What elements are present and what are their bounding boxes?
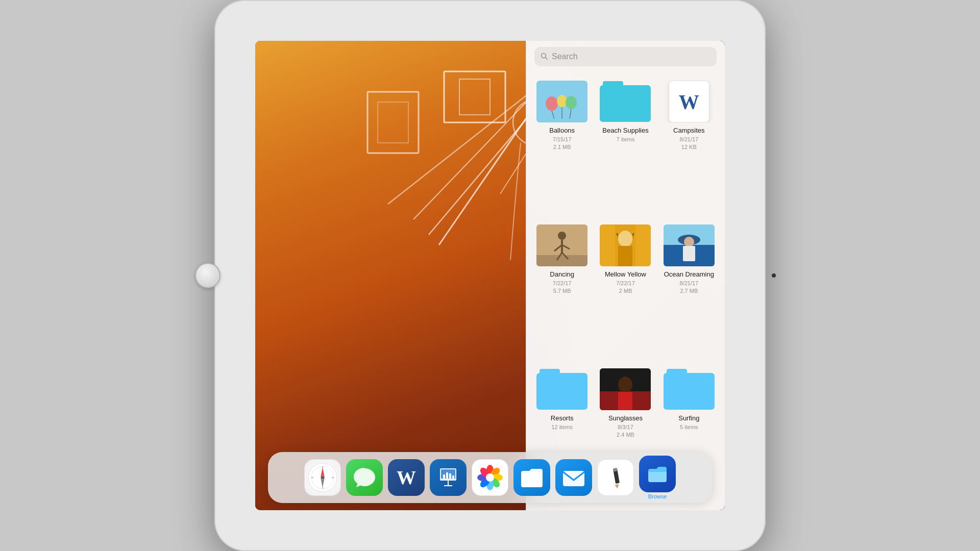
- browse-icon[interactable]: [639, 456, 676, 492]
- file-thumb-sunglasses: [600, 368, 651, 410]
- svg-line-3: [413, 87, 541, 219]
- balloons-image: [536, 81, 587, 122]
- svg-point-32: [618, 231, 632, 247]
- ipad-screen: Search: [255, 41, 725, 510]
- file-thumb-beach: [600, 81, 651, 122]
- file-name-beach: Beach Supplies: [602, 127, 648, 135]
- sunglasses-image: [600, 368, 651, 410]
- svg-line-14: [546, 57, 548, 59]
- file-item-balloons[interactable]: Balloons 7/15/172.1 MB: [530, 74, 594, 218]
- file-item-ocean[interactable]: Ocean Dreaming 8/21/172.7 MB: [657, 218, 721, 362]
- file-thumb-balloons: [536, 81, 587, 122]
- ocean-image: [664, 224, 715, 266]
- dock-keynote[interactable]: [430, 459, 467, 496]
- svg-rect-70: [563, 471, 584, 486]
- file-thumb-dancing: [536, 224, 587, 266]
- files-panel: Search: [526, 41, 725, 510]
- file-meta-balloons: 7/15/172.1 MB: [553, 136, 572, 152]
- file-meta-ocean: 8/21/172.7 MB: [679, 280, 698, 295]
- svg-rect-33: [618, 246, 632, 266]
- mellow-image: [600, 224, 651, 266]
- folder-resorts: [536, 369, 587, 410]
- svg-point-41: [618, 377, 632, 393]
- dock-browse[interactable]: Browse: [639, 456, 676, 499]
- dock-messages[interactable]: [346, 459, 383, 496]
- file-meta-campsites: 8/21/1712 KB: [679, 136, 698, 152]
- file-item-beach-supplies[interactable]: Beach Supplies 7 items: [594, 74, 657, 218]
- svg-point-69: [486, 473, 494, 482]
- file-thumb-ocean: [664, 224, 715, 266]
- file-item-dancing[interactable]: Dancing 7/22/175.7 MB: [530, 218, 594, 362]
- ipad-frame: Search: [214, 0, 766, 551]
- dock-photos[interactable]: [472, 459, 508, 496]
- file-meta-sunglasses: 8/3/172.4 MB: [617, 423, 634, 439]
- file-name-balloons: Balloons: [549, 127, 575, 135]
- svg-rect-42: [618, 392, 632, 410]
- dock-pencil[interactable]: [597, 459, 634, 496]
- svg-point-16: [546, 96, 558, 111]
- svg-point-18: [566, 96, 577, 109]
- svg-point-24: [558, 232, 566, 240]
- search-placeholder: Search: [552, 52, 578, 61]
- search-bar[interactable]: Search: [534, 47, 717, 66]
- svg-rect-7: [368, 92, 419, 153]
- file-item-campsites[interactable]: W Campsites 8/21/1712 KB: [657, 74, 721, 218]
- file-thumb-resorts: [536, 368, 587, 410]
- dancing-image: [536, 224, 587, 266]
- file-name-campsites: Campsites: [673, 127, 704, 135]
- svg-rect-6: [459, 79, 490, 115]
- file-thumb-mellow: [600, 224, 651, 266]
- folder-surfing: [664, 369, 715, 410]
- dock-mail[interactable]: [555, 459, 592, 496]
- svg-rect-58: [446, 472, 448, 479]
- search-icon: [541, 53, 548, 61]
- file-thumb-surfing: [664, 368, 715, 410]
- dock-safari[interactable]: [304, 459, 341, 496]
- folder-beach-supplies: [600, 81, 651, 122]
- svg-rect-38: [683, 246, 695, 261]
- svg-point-37: [684, 237, 694, 247]
- camera-dot: [772, 273, 776, 278]
- file-meta-mellow: 7/22/172 MB: [616, 280, 635, 295]
- file-thumb-campsites: W: [664, 81, 715, 122]
- svg-rect-57: [443, 474, 445, 479]
- files-grid: Balloons 7/15/172.1 MB Beach Supplies 7: [526, 70, 725, 510]
- svg-rect-23: [536, 255, 587, 266]
- browse-label: Browse: [648, 493, 667, 499]
- file-meta-surfing: 5 items: [680, 423, 698, 431]
- svg-marker-72: [615, 484, 619, 489]
- file-name-surfing: Surfing: [678, 414, 699, 422]
- file-name-dancing: Dancing: [550, 270, 574, 279]
- file-meta-resorts: 12 items: [551, 423, 573, 431]
- dock-word[interactable]: W: [388, 459, 425, 496]
- file-name-mellow: Mellow Yellow: [605, 270, 646, 279]
- file-meta-dancing: 7/22/175.7 MB: [553, 280, 572, 295]
- word-doc-campsites: W: [669, 81, 709, 122]
- svg-point-48: [321, 476, 324, 479]
- file-meta-beach: 7 items: [617, 136, 634, 143]
- dock: W: [268, 452, 712, 503]
- svg-point-17: [557, 95, 567, 107]
- file-name-sunglasses: Sunglasses: [608, 414, 643, 422]
- svg-rect-60: [452, 475, 454, 479]
- file-name-resorts: Resorts: [551, 414, 574, 422]
- home-button[interactable]: [195, 263, 220, 288]
- svg-rect-8: [378, 102, 408, 143]
- file-item-mellow[interactable]: Mellow Yellow 7/22/172 MB: [594, 218, 657, 362]
- dock-files[interactable]: [513, 459, 550, 496]
- svg-rect-59: [449, 473, 451, 479]
- file-name-ocean: Ocean Dreaming: [664, 270, 714, 279]
